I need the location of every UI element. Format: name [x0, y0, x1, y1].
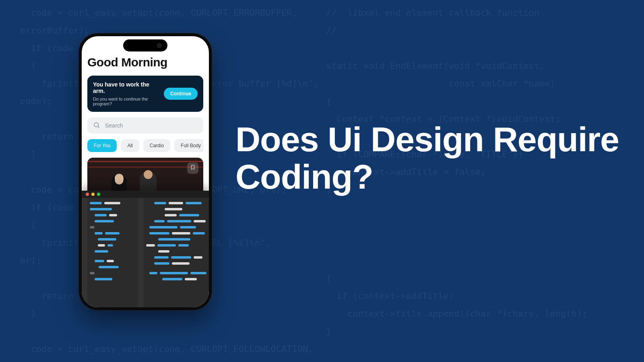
greeting-heading: Good Morning — [87, 56, 203, 69]
card-text: You have to work the arm. Do you want to… — [93, 81, 160, 106]
chip-full-body[interactable]: Full Body — [174, 139, 203, 152]
headline-text: Does Ui Design Require Coding? — [235, 121, 620, 195]
editor-body — [82, 198, 209, 307]
editor-titlebar — [82, 191, 209, 198]
code-editor-window — [82, 191, 209, 307]
thumbnail-stage: code = curl_easy_setopt(conn, CURLOPT_ER… — [0, 0, 644, 362]
dynamic-island — [123, 39, 167, 51]
resume-workout-card[interactable]: You have to work the arm. Do you want to… — [87, 76, 203, 112]
zoom-dot-icon — [97, 193, 100, 196]
editor-gutter-2 — [138, 198, 144, 307]
search-placeholder: Search — [105, 122, 123, 129]
svg-point-0 — [94, 123, 99, 127]
phone-screen: Good Morning You have to work the arm. D… — [82, 36, 209, 307]
chip-for-you[interactable]: For You — [87, 139, 117, 152]
continue-button[interactable]: Continue — [164, 88, 198, 100]
category-chips: For You All Cardio Full Body — [87, 139, 203, 152]
chip-all[interactable]: All — [121, 139, 139, 152]
close-dot-icon — [86, 193, 89, 196]
card-title: You have to work the arm. — [93, 81, 160, 94]
editor-column-1 — [87, 198, 138, 307]
chip-cardio[interactable]: Cardio — [143, 139, 170, 152]
svg-line-1 — [98, 126, 99, 128]
search-icon — [93, 121, 100, 130]
bookmark-button[interactable] — [187, 162, 198, 174]
bookmark-icon — [190, 164, 196, 172]
editor-gutter-1 — [82, 198, 87, 307]
minimize-dot-icon — [91, 193, 95, 196]
editor-column-2 — [144, 198, 209, 307]
card-subtitle: Do you want to continue the program? — [93, 97, 160, 106]
search-input[interactable]: Search — [87, 117, 203, 134]
phone-frame: Good Morning You have to work the arm. D… — [78, 33, 212, 311]
